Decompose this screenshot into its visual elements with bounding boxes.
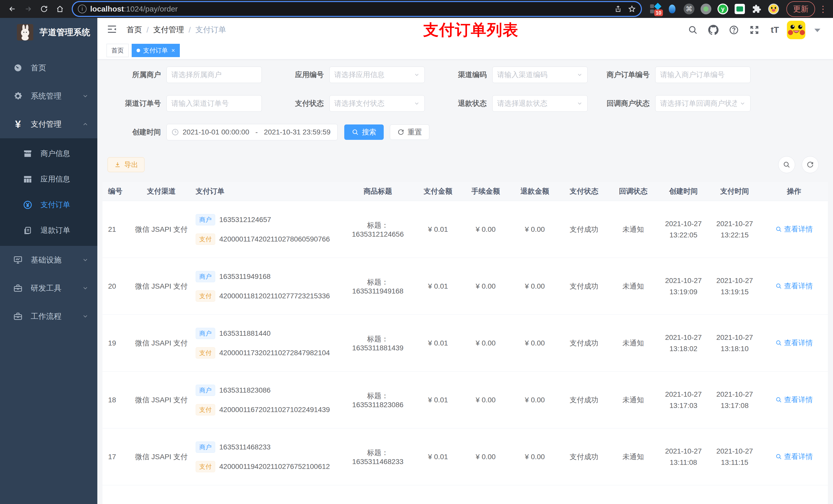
cell-notify-status: 未通知 bbox=[609, 452, 658, 462]
cell-fee: ¥ 0.00 bbox=[461, 225, 510, 234]
sidebar-item-9[interactable]: 工作流程 bbox=[0, 302, 97, 330]
sidebar-item-2[interactable]: ¥支付管理 bbox=[0, 110, 97, 138]
toggle-search-button[interactable] bbox=[778, 156, 795, 173]
order-no-lines: 商户1635312124657支付42000011742021102780605… bbox=[196, 214, 339, 245]
filter-input-3[interactable] bbox=[655, 67, 751, 83]
filter-select-2[interactable]: 请输入渠道编码 bbox=[492, 67, 588, 83]
table-header: 编号支付渠道支付订单商品标题支付金额手续金额退款金额支付状态回调状态创建时间支付… bbox=[102, 182, 828, 201]
table-row: 21微信 JSAPI 支付商户1635312124657支付4200001174… bbox=[102, 201, 828, 258]
command-icon[interactable]: ⌘ bbox=[684, 3, 695, 15]
breadcrumb-pay[interactable]: 支付管理 bbox=[153, 25, 184, 35]
filter-input-4[interactable] bbox=[166, 95, 262, 112]
view-icon bbox=[776, 283, 782, 289]
search-icon[interactable] bbox=[685, 22, 701, 39]
text-input[interactable] bbox=[171, 71, 257, 79]
browser-update-button[interactable]: 更新 bbox=[786, 1, 815, 17]
back-icon[interactable] bbox=[6, 2, 19, 16]
column-header-2: 支付订单 bbox=[190, 187, 341, 196]
tag-pay-order[interactable]: 支付订单 × bbox=[132, 44, 180, 57]
cell-channel: 微信 JSAPI 支付 bbox=[133, 338, 190, 348]
share-icon[interactable] bbox=[614, 5, 622, 13]
tag-home[interactable]: 首页 bbox=[106, 44, 128, 57]
sidebar-item-3[interactable]: 商户信息 bbox=[0, 141, 97, 166]
caret-down-icon[interactable] bbox=[809, 22, 826, 39]
filter-select-5[interactable]: 请选择支付状态 bbox=[329, 95, 425, 112]
filter-label: 渠道订单号 bbox=[105, 99, 166, 108]
cell-notify-status: 未通知 bbox=[609, 224, 658, 234]
view-icon bbox=[776, 226, 782, 233]
text-input[interactable] bbox=[660, 71, 746, 79]
order-no-lines: 商户1635311468233支付42000011942021102767521… bbox=[196, 441, 339, 472]
cell-created: 2021-10-2713:19:09 bbox=[658, 275, 709, 297]
sidebar-item-4[interactable]: 应用信息 bbox=[0, 166, 97, 192]
date-range-input[interactable]: 2021-10-01 00:00:00 - 2021-10-31 23:59:5… bbox=[166, 124, 338, 140]
filter-field-5: 支付状态请选择支付状态 bbox=[268, 95, 431, 112]
github-icon[interactable] bbox=[705, 22, 722, 39]
chevron-down-icon bbox=[414, 100, 420, 106]
sidebar-item-8[interactable]: 研发工具 bbox=[0, 274, 97, 302]
paid-date: 2021-10-27 bbox=[711, 275, 759, 286]
forward-icon[interactable] bbox=[22, 2, 35, 16]
created-time: 13:22:05 bbox=[659, 230, 708, 240]
filter-row-1: 所属商户应用编号请选择应用信息渠道编码请输入渠道编码商户订单编号 bbox=[97, 67, 833, 83]
help-icon[interactable] bbox=[725, 22, 742, 39]
view-detail-link[interactable]: 查看详情 bbox=[776, 281, 813, 291]
filter-select-1[interactable]: 请选择应用信息 bbox=[329, 67, 425, 83]
home-icon[interactable] bbox=[53, 2, 67, 16]
filter-select-7[interactable]: 请选择订单回调商户状态 bbox=[655, 95, 751, 112]
view-detail-label: 查看详情 bbox=[784, 224, 813, 234]
search-button[interactable]: 搜索 bbox=[344, 124, 384, 140]
reset-button[interactable]: 重置 bbox=[390, 124, 429, 140]
view-detail-link[interactable]: 查看详情 bbox=[776, 224, 813, 234]
address-bar[interactable]: i localhost:1024/pay/order bbox=[73, 2, 641, 16]
sidebar-item-7[interactable]: 基础设施 bbox=[0, 246, 97, 274]
text-input[interactable] bbox=[171, 99, 257, 107]
recorder-icon[interactable] bbox=[700, 3, 712, 15]
browser-menu-icon[interactable]: ⋮ bbox=[819, 4, 827, 14]
collapse-sidebar-icon[interactable] bbox=[106, 24, 119, 36]
select-placeholder: 请选择退款状态 bbox=[497, 99, 574, 108]
filter-label: 应用编号 bbox=[268, 70, 329, 80]
cell-fee: ¥ 0.00 bbox=[461, 339, 510, 347]
font-size-icon[interactable]: tT bbox=[766, 22, 783, 39]
view-detail-link[interactable]: 查看详情 bbox=[776, 395, 813, 405]
fullscreen-icon[interactable] bbox=[746, 22, 763, 39]
wechat-devtool-icon[interactable] bbox=[734, 3, 745, 15]
merchant-order-no: 1635311881440 bbox=[219, 329, 270, 338]
url-text[interactable]: localhost:1024/pay/order bbox=[90, 5, 611, 13]
date-end[interactable]: 2021-10-31 23:59:59 bbox=[264, 128, 330, 136]
reload-icon[interactable] bbox=[38, 2, 51, 16]
export-button[interactable]: 导出 bbox=[108, 157, 144, 172]
view-detail-link[interactable]: 查看详情 bbox=[776, 338, 813, 348]
sidebar-item-6[interactable]: 退款订单 bbox=[0, 218, 97, 243]
grid-icon bbox=[22, 174, 33, 185]
filter-input-0[interactable] bbox=[166, 67, 262, 83]
extension-badge: 10 bbox=[654, 9, 663, 16]
merchant-order-line: 商户1635311823086 bbox=[196, 385, 339, 396]
paid-time: 13:18:10 bbox=[711, 343, 759, 354]
paid-date: 2021-10-27 bbox=[711, 332, 759, 343]
close-tag-icon[interactable]: × bbox=[171, 47, 175, 54]
breadcrumb-home[interactable]: 首页 bbox=[126, 25, 142, 35]
column-header-6: 退款金额 bbox=[510, 187, 560, 196]
filter-label: 商户订单编号 bbox=[594, 70, 655, 80]
tab-manager-icon[interactable]: 10 bbox=[649, 3, 661, 15]
channel-order-no: 4200001174202110278060590766 bbox=[219, 235, 330, 243]
sidebar-item-5[interactable]: 支付订单 bbox=[0, 192, 97, 218]
emoji-icon[interactable] bbox=[768, 3, 779, 15]
dashboard-icon bbox=[12, 62, 24, 73]
view-detail-link[interactable]: 查看详情 bbox=[776, 452, 813, 461]
created-date: 2021-10-27 bbox=[659, 218, 708, 229]
date-start[interactable]: 2021-10-01 00:00:00 bbox=[183, 128, 249, 136]
cell-actions: 查看详情 bbox=[760, 224, 828, 234]
refresh-button[interactable] bbox=[802, 156, 819, 173]
filter-select-6[interactable]: 请选择退款状态 bbox=[492, 95, 588, 112]
puzzle-icon[interactable] bbox=[751, 3, 762, 15]
sidebar-item-1[interactable]: 系统管理 bbox=[0, 82, 97, 110]
yapi-icon[interactable]: y bbox=[717, 3, 729, 15]
gem-icon[interactable] bbox=[667, 3, 678, 15]
star-icon[interactable] bbox=[628, 5, 636, 13]
avatar[interactable] bbox=[787, 21, 805, 39]
sidebar-item-0[interactable]: 首页 bbox=[0, 54, 97, 82]
site-info-icon[interactable]: i bbox=[78, 5, 87, 13]
